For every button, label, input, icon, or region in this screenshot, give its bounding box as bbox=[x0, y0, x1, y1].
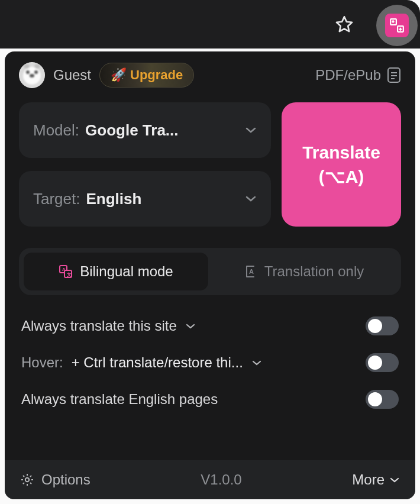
svg-point-7 bbox=[30, 74, 34, 77]
gear-icon[interactable] bbox=[20, 473, 34, 487]
svg-point-9 bbox=[34, 64, 40, 69]
translate-button[interactable]: Translate (⌥A) bbox=[282, 102, 401, 227]
rocket-icon: 🚀 bbox=[111, 67, 127, 83]
more-button[interactable]: More bbox=[352, 471, 400, 488]
always-translate-lang-row: Always translate English pages bbox=[21, 390, 399, 409]
hover-value-label[interactable]: + Ctrl translate/restore thi... bbox=[72, 354, 243, 371]
target-select-label: Target: bbox=[33, 190, 80, 208]
bilingual-icon: A 文 bbox=[59, 264, 73, 279]
guest-label[interactable]: Guest bbox=[53, 67, 91, 83]
pdf-epub-label: PDF/ePub bbox=[315, 67, 381, 83]
model-select-value: Google Tra... bbox=[85, 121, 239, 140]
hover-prefix-label: Hover: bbox=[21, 354, 63, 371]
hover-toggle[interactable] bbox=[366, 353, 399, 372]
hover-row: Hover: + Ctrl translate/restore thi... bbox=[21, 353, 399, 372]
chevron-down-icon[interactable] bbox=[185, 323, 196, 329]
settings-block: Always translate this site Hover: + Ctrl… bbox=[5, 295, 415, 416]
bilingual-mode-label: Bilingual mode bbox=[80, 263, 173, 280]
always-translate-site-row: Always translate this site bbox=[21, 316, 399, 335]
svg-point-8 bbox=[24, 64, 30, 69]
more-label: More bbox=[352, 471, 385, 488]
translation-only-icon: A bbox=[244, 265, 257, 278]
controls-row: Model: Google Tra... Target: English Tra… bbox=[5, 94, 415, 227]
chevron-down-icon[interactable] bbox=[251, 360, 262, 366]
chevron-down-icon bbox=[245, 127, 257, 134]
svg-text:A: A bbox=[249, 268, 254, 275]
svg-point-5 bbox=[26, 70, 30, 74]
bilingual-mode-button[interactable]: A 文 Bilingual mode bbox=[24, 253, 208, 290]
always-translate-site-toggle[interactable] bbox=[366, 316, 399, 335]
avatar[interactable] bbox=[19, 62, 45, 88]
pdf-epub-button[interactable]: PDF/ePub bbox=[315, 67, 401, 83]
popup-footer: Options V1.0.0 More bbox=[5, 460, 415, 499]
options-button[interactable]: Options bbox=[41, 471, 91, 488]
chevron-down-icon bbox=[389, 477, 400, 483]
extension-popup: Guest 🚀 Upgrade PDF/ePub Model: Google T… bbox=[5, 51, 415, 499]
translation-only-label: Translation only bbox=[264, 263, 364, 280]
model-select-label: Model: bbox=[33, 121, 79, 140]
upgrade-label: Upgrade bbox=[130, 67, 183, 83]
svg-text:A: A bbox=[62, 267, 66, 272]
svg-text:文: 文 bbox=[66, 272, 72, 277]
document-icon bbox=[387, 67, 401, 83]
star-icon bbox=[335, 15, 354, 34]
always-translate-lang-label: Always translate English pages bbox=[21, 391, 218, 408]
upgrade-button[interactable]: 🚀 Upgrade bbox=[99, 63, 194, 88]
always-translate-site-label[interactable]: Always translate this site bbox=[21, 318, 177, 334]
model-select[interactable]: Model: Google Tra... bbox=[19, 102, 271, 158]
translate-button-label: Translate bbox=[302, 143, 380, 163]
target-select[interactable]: Target: English bbox=[19, 171, 271, 227]
svg-point-6 bbox=[34, 70, 38, 74]
browser-toolbar bbox=[0, 0, 420, 49]
extension-button[interactable] bbox=[376, 5, 418, 46]
extension-icon bbox=[385, 14, 409, 37]
chevron-down-icon bbox=[245, 195, 257, 202]
version-label: V1.0.0 bbox=[98, 471, 345, 488]
target-select-value: English bbox=[86, 190, 240, 208]
svg-marker-0 bbox=[337, 17, 352, 31]
svg-point-19 bbox=[25, 478, 29, 482]
mode-toggle: A 文 Bilingual mode A Translation only bbox=[19, 248, 401, 295]
translate-button-shortcut: (⌥A) bbox=[319, 166, 364, 187]
popup-header: Guest 🚀 Upgrade PDF/ePub bbox=[5, 51, 415, 94]
selects-column: Model: Google Tra... Target: English bbox=[19, 102, 271, 227]
translation-only-button[interactable]: A Translation only bbox=[212, 253, 396, 290]
bookmark-star-button[interactable] bbox=[330, 10, 358, 38]
always-translate-lang-toggle[interactable] bbox=[366, 390, 399, 409]
